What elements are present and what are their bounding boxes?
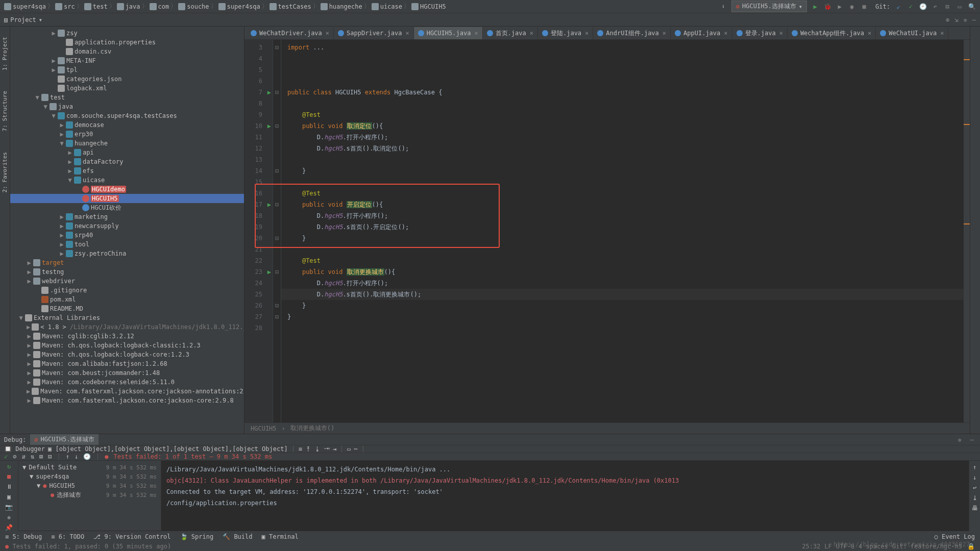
expand-icon[interactable]: ▶	[67, 167, 72, 174]
expand-icon[interactable]: ▶	[27, 351, 32, 358]
crumb[interactable]: com〉	[150, 2, 177, 11]
tree-node[interactable]: ▶marketing	[10, 212, 244, 221]
tree-node[interactable]: ▶Maven: com.fasterxml.jackson.core:jacks…	[10, 387, 244, 396]
tree-node[interactable]: ▶Maven: ch.qos.logback:logback-classic:1…	[10, 341, 244, 350]
crumb-class[interactable]: HGCUIH5	[251, 425, 277, 432]
expand-icon[interactable]: ▶	[27, 268, 32, 276]
rerun-icon[interactable]: ↻	[7, 463, 11, 470]
search-icon[interactable]: 🔍	[968, 3, 976, 11]
tree-node[interactable]: ▶dataFactory	[10, 157, 244, 166]
tree-node[interactable]: ▶Maven: com.codeborne:selenide:5.11.0	[10, 378, 244, 387]
editor-tab[interactable]: HGCUIH5.java×	[414, 27, 483, 39]
editor-tab[interactable]: WeChatUI.java×	[876, 27, 948, 39]
terminal-tool-tab[interactable]: ▣ Terminal	[262, 533, 299, 540]
test-tree-row[interactable]: ▼super4sqa9 m 34 s 532 ms	[18, 472, 161, 481]
vcs-revert-icon[interactable]: ↶	[931, 3, 939, 11]
run-gutter-icon[interactable]: ▶	[267, 268, 271, 276]
print-icon[interactable]: 🖶	[972, 505, 978, 512]
gear-icon[interactable]: ✲	[955, 436, 964, 444]
expand-icon[interactable]: ▶	[51, 57, 56, 64]
camera-icon[interactable]: 📷	[5, 504, 13, 511]
expand-icon[interactable]: ▼	[18, 314, 23, 321]
select-target-icon[interactable]: ⊕	[946, 16, 949, 23]
indent[interactable]: 4 spaces	[859, 543, 888, 550]
tree-node[interactable]: ▶erp30	[10, 130, 244, 139]
crumb[interactable]: testCases〉	[270, 2, 319, 11]
hide-icon[interactable]: —	[968, 436, 976, 444]
vcs-history-icon[interactable]: 🕘	[919, 3, 927, 11]
debug-test-tree[interactable]: ▼Default Suite9 m 34 s 532 ms▼super4sqa9…	[18, 461, 161, 531]
close-icon[interactable]: ×	[868, 30, 871, 37]
crumb[interactable]: HGCUIH5	[411, 3, 446, 10]
tree-node[interactable]: ▶tool	[10, 240, 244, 249]
close-icon[interactable]: ×	[940, 30, 944, 37]
tree-node[interactable]: ▼test	[10, 93, 244, 102]
crumb[interactable]: java〉	[117, 2, 148, 11]
line-sep[interactable]: LF	[824, 543, 831, 550]
tree-node[interactable]: ▶Maven: com.fasterxml.jackson.core:jacks…	[10, 396, 244, 405]
favorites-tool-tab[interactable]: 2: Favorites	[2, 152, 8, 192]
tree-node[interactable]: ▶< 1.8 >/Library/Java/JavaVirtualMachine…	[10, 322, 244, 332]
editor-code[interactable]: 34567▶8910▶11121314151617▶181920212223▶2…	[244, 40, 970, 422]
expand-icon[interactable]: ▶	[27, 333, 32, 340]
expand-icon[interactable]: ▶	[59, 131, 64, 138]
expand-icon[interactable]: ▼	[43, 103, 48, 110]
editor-tab[interactable]: SappDriver.java×	[334, 27, 414, 39]
expand-icon[interactable]: ▼	[35, 94, 40, 101]
build-tool-tab[interactable]: 🔨 Build	[223, 533, 252, 540]
console-output[interactable]: /Library/Java/JavaVirtualMachines/jdk1.8…	[161, 461, 969, 531]
debug-icon[interactable]: 🐞	[823, 3, 831, 11]
expand-icon[interactable]: ▼	[51, 112, 56, 119]
minimap[interactable]	[964, 40, 970, 422]
tree-node[interactable]: ▼java	[10, 102, 244, 111]
softwrap-icon[interactable]: ↩	[973, 484, 976, 491]
tree-node[interactable]: HGCUIH5	[10, 194, 244, 203]
expand-icon[interactable]: ▼	[67, 177, 72, 184]
crumb[interactable]: super4sqa〉	[4, 2, 54, 11]
gear-icon[interactable]: ✲	[964, 16, 967, 23]
run-to-cursor-icon[interactable]: ⇥	[333, 445, 336, 453]
tree-node[interactable]: ▶Maven: com.beust:jcommander:1.48	[10, 368, 244, 378]
tree-node[interactable]: ▶Maven: cglib:cglib:3.2.12	[10, 332, 244, 341]
close-icon[interactable]: ×	[585, 30, 589, 37]
tree-node[interactable]: application.properties	[10, 38, 244, 47]
close-icon[interactable]: ×	[405, 30, 409, 37]
more-icon[interactable]: ⋯	[354, 445, 357, 453]
crumb[interactable]: test〉	[84, 2, 115, 11]
vcs-update-icon[interactable]: ↙	[894, 3, 902, 11]
tree-node[interactable]: pom.xml	[10, 295, 244, 304]
tree-node[interactable]: ▶zsy	[10, 29, 244, 38]
vcs-commit-icon[interactable]: ✓	[906, 3, 915, 11]
todo-tool-tab[interactable]: ≡ 6: TODO	[51, 533, 84, 540]
eval-icon[interactable]: ▭	[347, 445, 351, 453]
run-config-selector[interactable]: ⊘ HGCUIH5.选择城市 ▾	[731, 1, 807, 12]
ide-layout-icon[interactable]: ▭	[955, 3, 964, 11]
tree-node[interactable]: HGCUIdemo	[10, 185, 244, 194]
editor-tab[interactable]: AndrUI组件.java×	[593, 27, 671, 39]
test-tree-row[interactable]: ▼Default Suite9 m 34 s 532 ms	[18, 463, 161, 472]
tree-node[interactable]: ▶webdriver	[10, 277, 244, 286]
close-icon[interactable]: ×	[663, 30, 666, 37]
scroll-end-icon[interactable]: ⤓	[972, 494, 977, 502]
close-icon[interactable]: ×	[724, 30, 727, 37]
expand-icon[interactable]: ▶	[27, 369, 32, 377]
close-icon[interactable]: ×	[779, 30, 783, 37]
next-icon[interactable]: ↓	[75, 453, 78, 460]
step-into-icon[interactable]: ⭱	[305, 445, 311, 453]
step-over-icon[interactable]: ≡	[299, 445, 302, 453]
project-title[interactable]: Project	[10, 16, 36, 23]
run-icon[interactable]: ▶	[811, 3, 819, 11]
expand-icon[interactable]: ▶	[51, 66, 56, 73]
crumb[interactable]: super4sqa〉	[218, 2, 268, 11]
build-icon[interactable]: ⬇	[719, 3, 727, 11]
expand-icon[interactable]: ▼	[59, 140, 64, 147]
event-log-tab[interactable]: ○ Event Log	[935, 533, 975, 540]
expand-icon[interactable]: ▶	[27, 342, 32, 349]
structure-tool-tab[interactable]: 7: Structure	[2, 91, 8, 131]
editor-tab[interactable]: AppUI.java×	[671, 27, 732, 39]
project-tree[interactable]: ▶zsyapplication.propertiesdomain.csv▶MET…	[10, 27, 244, 434]
stop-icon[interactable]: ■	[7, 473, 11, 480]
expand-icon[interactable]: ▶	[67, 158, 72, 165]
project-tool-tab[interactable]: 1: Project	[2, 37, 8, 70]
tree-node[interactable]: ▼External Libraries	[10, 313, 244, 322]
